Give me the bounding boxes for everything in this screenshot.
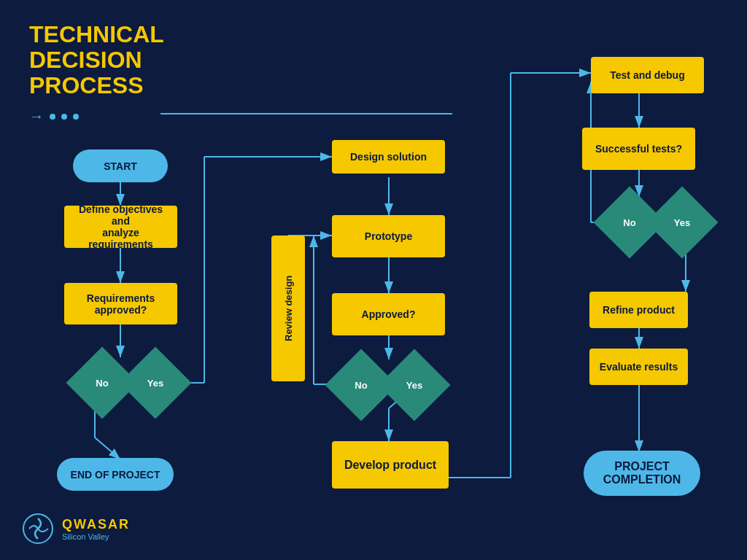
header-line: [160, 113, 452, 114]
svg-line-5: [95, 438, 120, 459]
arrow-icon: →: [29, 108, 44, 125]
completion-node: PROJECT COMPLETION: [584, 451, 700, 496]
prototype-node: Prototype: [332, 215, 445, 257]
test-node: Test and debug: [591, 57, 704, 93]
review-node: Review design: [271, 236, 305, 381]
req-approved-node: Requirements approved?: [64, 283, 177, 324]
logo: QWASAR Silicon Valley: [22, 513, 130, 545]
evaluate-node: Evaluate results: [589, 349, 688, 385]
yes1-diamond-container: Yes: [130, 357, 181, 408]
dot1: [50, 114, 55, 120]
logo-text-area: QWASAR Silicon Valley: [62, 517, 130, 541]
refine-node: Refine product: [589, 292, 688, 328]
define-node: Define objectives and analyze requiremen…: [64, 206, 177, 248]
successful-node: Successful tests?: [582, 128, 695, 170]
develop-node: Develop product: [332, 441, 449, 489]
subtitle-decoration: →: [29, 108, 79, 125]
end-project-node: END OF PROJECT: [57, 458, 174, 491]
dot3: [73, 114, 79, 120]
qwasar-logo-icon: [22, 513, 55, 545]
yes3-diamond-container: Yes: [657, 197, 708, 248]
yes2-diamond-container: Yes: [389, 359, 440, 411]
start-node: START: [73, 149, 168, 182]
dot2: [61, 114, 67, 120]
design-node: Design solution: [332, 140, 445, 174]
approved-node: Approved?: [332, 293, 445, 335]
